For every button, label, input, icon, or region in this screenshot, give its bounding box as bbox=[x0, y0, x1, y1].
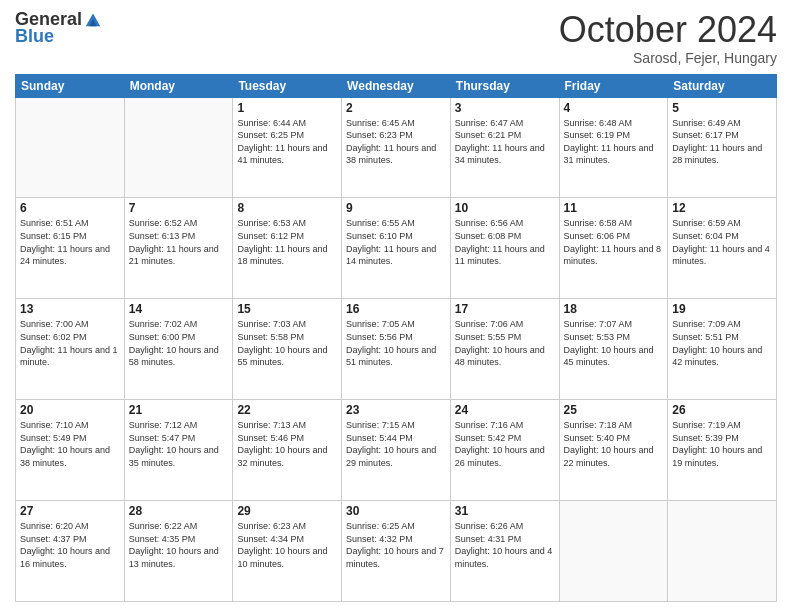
calendar-week-row: 27Sunrise: 6:20 AMSunset: 4:37 PMDayligh… bbox=[16, 501, 777, 602]
day-info: Sunrise: 6:55 AMSunset: 6:10 PMDaylight:… bbox=[346, 217, 446, 267]
table-row: 24Sunrise: 7:16 AMSunset: 5:42 PMDayligh… bbox=[450, 400, 559, 501]
day-number: 7 bbox=[129, 201, 229, 215]
day-number: 28 bbox=[129, 504, 229, 518]
day-number: 6 bbox=[20, 201, 120, 215]
logo: General Blue bbox=[15, 10, 102, 47]
day-info: Sunrise: 7:13 AMSunset: 5:46 PMDaylight:… bbox=[237, 419, 337, 469]
day-number: 1 bbox=[237, 101, 337, 115]
day-number: 31 bbox=[455, 504, 555, 518]
logo-blue-text: Blue bbox=[15, 26, 54, 46]
day-info: Sunrise: 6:58 AMSunset: 6:06 PMDaylight:… bbox=[564, 217, 664, 267]
day-number: 26 bbox=[672, 403, 772, 417]
day-info: Sunrise: 6:48 AMSunset: 6:19 PMDaylight:… bbox=[564, 117, 664, 167]
month-title: October 2024 bbox=[559, 10, 777, 50]
table-row: 17Sunrise: 7:06 AMSunset: 5:55 PMDayligh… bbox=[450, 299, 559, 400]
day-info: Sunrise: 6:56 AMSunset: 6:08 PMDaylight:… bbox=[455, 217, 555, 267]
col-thursday: Thursday bbox=[450, 74, 559, 97]
day-info: Sunrise: 7:10 AMSunset: 5:49 PMDaylight:… bbox=[20, 419, 120, 469]
day-number: 14 bbox=[129, 302, 229, 316]
table-row: 23Sunrise: 7:15 AMSunset: 5:44 PMDayligh… bbox=[342, 400, 451, 501]
col-wednesday: Wednesday bbox=[342, 74, 451, 97]
table-row: 14Sunrise: 7:02 AMSunset: 6:00 PMDayligh… bbox=[124, 299, 233, 400]
table-row: 18Sunrise: 7:07 AMSunset: 5:53 PMDayligh… bbox=[559, 299, 668, 400]
day-number: 9 bbox=[346, 201, 446, 215]
day-number: 22 bbox=[237, 403, 337, 417]
day-info: Sunrise: 6:25 AMSunset: 4:32 PMDaylight:… bbox=[346, 520, 446, 570]
table-row: 27Sunrise: 6:20 AMSunset: 4:37 PMDayligh… bbox=[16, 501, 125, 602]
table-row: 21Sunrise: 7:12 AMSunset: 5:47 PMDayligh… bbox=[124, 400, 233, 501]
table-row: 30Sunrise: 6:25 AMSunset: 4:32 PMDayligh… bbox=[342, 501, 451, 602]
table-row bbox=[559, 501, 668, 602]
day-info: Sunrise: 6:26 AMSunset: 4:31 PMDaylight:… bbox=[455, 520, 555, 570]
calendar-page: General Blue October 2024 Sarosd, Fejer,… bbox=[0, 0, 792, 612]
day-info: Sunrise: 7:03 AMSunset: 5:58 PMDaylight:… bbox=[237, 318, 337, 368]
header: General Blue October 2024 Sarosd, Fejer,… bbox=[15, 10, 777, 66]
table-row: 8Sunrise: 6:53 AMSunset: 6:12 PMDaylight… bbox=[233, 198, 342, 299]
table-row: 28Sunrise: 6:22 AMSunset: 4:35 PMDayligh… bbox=[124, 501, 233, 602]
table-row bbox=[668, 501, 777, 602]
table-row: 5Sunrise: 6:49 AMSunset: 6:17 PMDaylight… bbox=[668, 97, 777, 198]
day-number: 15 bbox=[237, 302, 337, 316]
table-row: 19Sunrise: 7:09 AMSunset: 5:51 PMDayligh… bbox=[668, 299, 777, 400]
day-info: Sunrise: 7:19 AMSunset: 5:39 PMDaylight:… bbox=[672, 419, 772, 469]
day-number: 30 bbox=[346, 504, 446, 518]
day-number: 23 bbox=[346, 403, 446, 417]
day-number: 16 bbox=[346, 302, 446, 316]
table-row: 25Sunrise: 7:18 AMSunset: 5:40 PMDayligh… bbox=[559, 400, 668, 501]
day-info: Sunrise: 7:12 AMSunset: 5:47 PMDaylight:… bbox=[129, 419, 229, 469]
day-info: Sunrise: 6:20 AMSunset: 4:37 PMDaylight:… bbox=[20, 520, 120, 570]
table-row: 2Sunrise: 6:45 AMSunset: 6:23 PMDaylight… bbox=[342, 97, 451, 198]
day-number: 12 bbox=[672, 201, 772, 215]
day-number: 10 bbox=[455, 201, 555, 215]
day-info: Sunrise: 6:22 AMSunset: 4:35 PMDaylight:… bbox=[129, 520, 229, 570]
day-info: Sunrise: 6:52 AMSunset: 6:13 PMDaylight:… bbox=[129, 217, 229, 267]
table-row: 26Sunrise: 7:19 AMSunset: 5:39 PMDayligh… bbox=[668, 400, 777, 501]
table-row: 29Sunrise: 6:23 AMSunset: 4:34 PMDayligh… bbox=[233, 501, 342, 602]
col-saturday: Saturday bbox=[668, 74, 777, 97]
day-info: Sunrise: 6:47 AMSunset: 6:21 PMDaylight:… bbox=[455, 117, 555, 167]
table-row: 7Sunrise: 6:52 AMSunset: 6:13 PMDaylight… bbox=[124, 198, 233, 299]
table-row: 6Sunrise: 6:51 AMSunset: 6:15 PMDaylight… bbox=[16, 198, 125, 299]
col-friday: Friday bbox=[559, 74, 668, 97]
table-row: 9Sunrise: 6:55 AMSunset: 6:10 PMDaylight… bbox=[342, 198, 451, 299]
col-tuesday: Tuesday bbox=[233, 74, 342, 97]
calendar-table: Sunday Monday Tuesday Wednesday Thursday… bbox=[15, 74, 777, 602]
table-row: 15Sunrise: 7:03 AMSunset: 5:58 PMDayligh… bbox=[233, 299, 342, 400]
table-row: 12Sunrise: 6:59 AMSunset: 6:04 PMDayligh… bbox=[668, 198, 777, 299]
day-info: Sunrise: 6:45 AMSunset: 6:23 PMDaylight:… bbox=[346, 117, 446, 167]
col-sunday: Sunday bbox=[16, 74, 125, 97]
day-info: Sunrise: 6:51 AMSunset: 6:15 PMDaylight:… bbox=[20, 217, 120, 267]
day-number: 2 bbox=[346, 101, 446, 115]
day-number: 18 bbox=[564, 302, 664, 316]
table-row: 13Sunrise: 7:00 AMSunset: 6:02 PMDayligh… bbox=[16, 299, 125, 400]
day-number: 3 bbox=[455, 101, 555, 115]
table-row: 10Sunrise: 6:56 AMSunset: 6:08 PMDayligh… bbox=[450, 198, 559, 299]
day-number: 17 bbox=[455, 302, 555, 316]
calendar-week-row: 6Sunrise: 6:51 AMSunset: 6:15 PMDaylight… bbox=[16, 198, 777, 299]
day-info: Sunrise: 7:06 AMSunset: 5:55 PMDaylight:… bbox=[455, 318, 555, 368]
day-number: 20 bbox=[20, 403, 120, 417]
day-number: 21 bbox=[129, 403, 229, 417]
table-row: 20Sunrise: 7:10 AMSunset: 5:49 PMDayligh… bbox=[16, 400, 125, 501]
day-info: Sunrise: 7:02 AMSunset: 6:00 PMDaylight:… bbox=[129, 318, 229, 368]
table-row: 1Sunrise: 6:44 AMSunset: 6:25 PMDaylight… bbox=[233, 97, 342, 198]
table-row: 31Sunrise: 6:26 AMSunset: 4:31 PMDayligh… bbox=[450, 501, 559, 602]
day-info: Sunrise: 6:53 AMSunset: 6:12 PMDaylight:… bbox=[237, 217, 337, 267]
day-number: 19 bbox=[672, 302, 772, 316]
calendar-week-row: 20Sunrise: 7:10 AMSunset: 5:49 PMDayligh… bbox=[16, 400, 777, 501]
day-info: Sunrise: 6:44 AMSunset: 6:25 PMDaylight:… bbox=[237, 117, 337, 167]
table-row: 3Sunrise: 6:47 AMSunset: 6:21 PMDaylight… bbox=[450, 97, 559, 198]
day-info: Sunrise: 6:23 AMSunset: 4:34 PMDaylight:… bbox=[237, 520, 337, 570]
day-info: Sunrise: 6:59 AMSunset: 6:04 PMDaylight:… bbox=[672, 217, 772, 267]
day-info: Sunrise: 7:00 AMSunset: 6:02 PMDaylight:… bbox=[20, 318, 120, 368]
col-monday: Monday bbox=[124, 74, 233, 97]
day-number: 11 bbox=[564, 201, 664, 215]
day-number: 4 bbox=[564, 101, 664, 115]
day-info: Sunrise: 7:07 AMSunset: 5:53 PMDaylight:… bbox=[564, 318, 664, 368]
day-info: Sunrise: 6:49 AMSunset: 6:17 PMDaylight:… bbox=[672, 117, 772, 167]
table-row: 11Sunrise: 6:58 AMSunset: 6:06 PMDayligh… bbox=[559, 198, 668, 299]
table-row bbox=[124, 97, 233, 198]
table-row: 16Sunrise: 7:05 AMSunset: 5:56 PMDayligh… bbox=[342, 299, 451, 400]
day-info: Sunrise: 7:09 AMSunset: 5:51 PMDaylight:… bbox=[672, 318, 772, 368]
day-info: Sunrise: 7:05 AMSunset: 5:56 PMDaylight:… bbox=[346, 318, 446, 368]
